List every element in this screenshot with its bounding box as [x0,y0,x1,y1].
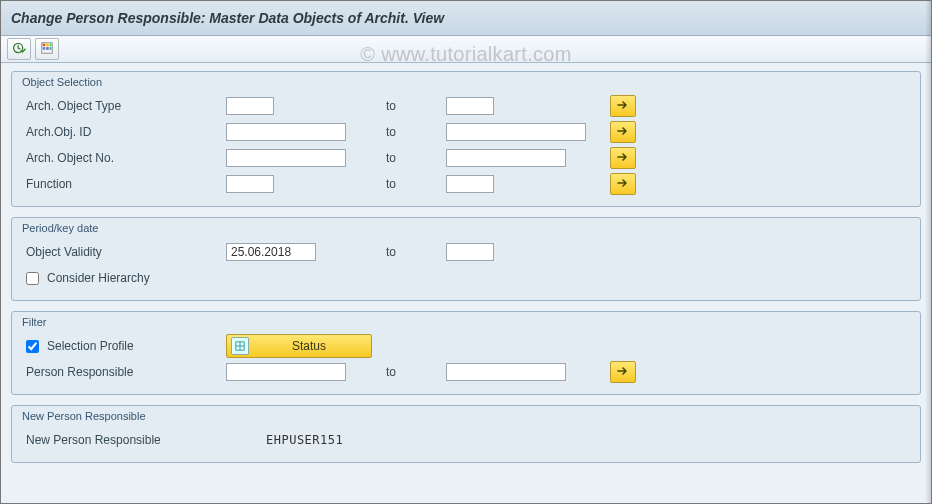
arrow-right-icon [617,365,629,379]
to-label: to [386,245,446,259]
row-object-validity: Object Validity to [22,240,910,264]
to-label: to [386,177,446,191]
label-consider-hierarchy: Consider Hierarchy [22,271,226,285]
person-responsible-from-input[interactable] [226,363,346,381]
arch-obj-id-multiple-button[interactable] [610,121,636,143]
row-person-responsible: Person Responsible to [22,360,910,384]
to-label: to [386,365,446,379]
label-function: Function [22,177,226,191]
row-selection-profile: Selection Profile Status [22,334,910,358]
svg-rect-7 [50,47,52,50]
group-filter: Filter Selection Profile Status Perso [11,311,921,395]
clock-check-icon [12,41,26,58]
selection-profile-checkbox[interactable] [26,340,39,353]
status-button[interactable]: Status [226,334,372,358]
svg-rect-3 [46,43,49,46]
page-title: Change Person Responsible: Master Data O… [11,10,444,26]
person-responsible-to-input[interactable] [446,363,566,381]
arch-obj-no-to-input[interactable] [446,149,566,167]
group-period: Period/key date Object Validity to Consi… [11,217,921,301]
to-label: to [386,99,446,113]
arch-obj-type-multiple-button[interactable] [610,95,636,117]
variant-button[interactable] [35,38,59,60]
object-validity-from-input[interactable] [226,243,316,261]
row-arch-obj-type: Arch. Object Type to [22,94,910,118]
group-title-new-person: New Person Responsible [22,410,910,422]
consider-hierarchy-checkbox[interactable] [26,272,39,285]
status-button-label: Status [257,339,361,353]
row-function: Function to [22,172,910,196]
application-toolbar [1,36,931,63]
label-arch-obj-no: Arch. Object No. [22,151,226,165]
to-label: to [386,125,446,139]
selection-profile-text: Selection Profile [47,339,134,353]
arrow-right-icon [617,125,629,139]
function-from-input[interactable] [226,175,274,193]
status-select-icon [231,337,249,355]
arch-obj-id-to-input[interactable] [446,123,586,141]
execute-button[interactable] [7,38,31,60]
svg-rect-4 [50,43,52,46]
arch-obj-no-multiple-button[interactable] [610,147,636,169]
grid-rainbow-icon [40,41,54,58]
object-validity-to-input[interactable] [446,243,494,261]
label-object-validity: Object Validity [22,245,226,259]
person-responsible-multiple-button[interactable] [610,361,636,383]
label-new-person: New Person Responsible [22,433,266,447]
label-person-responsible: Person Responsible [22,365,226,379]
label-selection-profile: Selection Profile [22,339,226,353]
row-new-person: New Person Responsible EHPUSER151 [22,428,910,452]
row-consider-hierarchy: Consider Hierarchy [22,266,910,290]
arch-obj-no-from-input[interactable] [226,149,346,167]
app-window: Change Person Responsible: Master Data O… [0,0,932,504]
consider-hierarchy-text: Consider Hierarchy [47,271,150,285]
function-multiple-button[interactable] [610,173,636,195]
arrow-right-icon [617,177,629,191]
arch-obj-type-to-input[interactable] [446,97,494,115]
group-title-period: Period/key date [22,222,910,234]
svg-rect-6 [46,47,49,50]
group-title-filter: Filter [22,316,910,328]
group-object-selection: Object Selection Arch. Object Type to Ar… [11,71,921,207]
function-to-input[interactable] [446,175,494,193]
arch-obj-id-from-input[interactable] [226,123,346,141]
label-arch-obj-id: Arch.Obj. ID [22,125,226,139]
svg-rect-2 [43,43,46,46]
content-area: Object Selection Arch. Object Type to Ar… [1,63,931,504]
row-arch-obj-no: Arch. Object No. to [22,146,910,170]
row-arch-obj-id: Arch.Obj. ID to [22,120,910,144]
new-person-value: EHPUSER151 [266,433,343,447]
arrow-right-icon [617,151,629,165]
to-label: to [386,151,446,165]
arrow-right-icon [617,99,629,113]
title-bar: Change Person Responsible: Master Data O… [1,1,931,36]
svg-rect-5 [43,47,46,50]
group-new-person: New Person Responsible New Person Respon… [11,405,921,463]
arch-obj-type-from-input[interactable] [226,97,274,115]
group-title-object-selection: Object Selection [22,76,910,88]
label-arch-obj-type: Arch. Object Type [22,99,226,113]
